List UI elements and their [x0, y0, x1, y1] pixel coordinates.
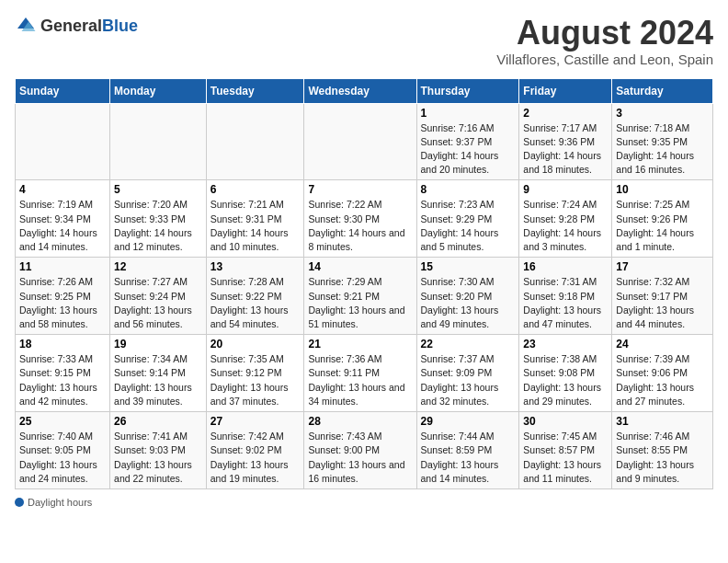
calendar-cell: [206, 103, 304, 180]
calendar-cell: 18Sunrise: 7:33 AM Sunset: 9:15 PM Dayli…: [16, 335, 110, 412]
day-number: 4: [19, 183, 106, 196]
cell-content: Sunrise: 7:31 AM Sunset: 9:18 PM Dayligh…: [523, 275, 608, 331]
day-number: 27: [210, 415, 301, 428]
calendar-cell: 17Sunrise: 7:32 AM Sunset: 9:17 PM Dayli…: [612, 258, 713, 335]
day-header-sunday: Sunday: [16, 78, 110, 103]
day-number: 28: [308, 415, 412, 428]
day-number: 3: [616, 107, 709, 120]
calendar-cell: 31Sunrise: 7:46 AM Sunset: 8:55 PM Dayli…: [612, 412, 713, 489]
cell-content: Sunrise: 7:18 AM Sunset: 9:35 PM Dayligh…: [616, 121, 709, 178]
calendar-cell: 1Sunrise: 7:16 AM Sunset: 9:37 PM Daylig…: [416, 103, 519, 180]
day-number: 16: [523, 260, 608, 273]
logo-icon: [15, 15, 37, 37]
day-number: 1: [421, 107, 516, 120]
day-number: 24: [616, 338, 709, 350]
day-number: 19: [114, 338, 202, 350]
calendar-cell: 3Sunrise: 7:18 AM Sunset: 9:35 PM Daylig…: [612, 103, 713, 180]
title-block: August 2024 Villaflores, Castille and Le…: [496, 15, 713, 67]
calendar-cell: 22Sunrise: 7:37 AM Sunset: 9:09 PM Dayli…: [416, 335, 519, 412]
calendar-cell: 8Sunrise: 7:23 AM Sunset: 9:29 PM Daylig…: [416, 180, 519, 258]
day-number: 29: [421, 415, 516, 428]
cell-content: Sunrise: 7:23 AM Sunset: 9:29 PM Dayligh…: [421, 198, 516, 254]
day-number: 11: [19, 260, 106, 273]
day-header-saturday: Saturday: [612, 78, 713, 103]
footer-dot: [15, 498, 24, 507]
calendar-table: SundayMondayTuesdayWednesdayThursdayFrid…: [15, 78, 713, 489]
day-number: 9: [523, 183, 608, 196]
cell-content: Sunrise: 7:25 AM Sunset: 9:26 PM Dayligh…: [616, 198, 709, 254]
day-number: 31: [616, 415, 709, 428]
day-number: 15: [421, 260, 516, 273]
cell-content: Sunrise: 7:44 AM Sunset: 8:59 PM Dayligh…: [421, 430, 516, 486]
day-number: 6: [210, 183, 301, 196]
cell-content: Sunrise: 7:28 AM Sunset: 9:22 PM Dayligh…: [210, 275, 301, 331]
logo-blue-text: Blue: [102, 17, 138, 35]
calendar-cell: 28Sunrise: 7:43 AM Sunset: 9:00 PM Dayli…: [304, 412, 416, 489]
cell-content: Sunrise: 7:24 AM Sunset: 9:28 PM Dayligh…: [523, 198, 608, 254]
cell-content: Sunrise: 7:30 AM Sunset: 9:20 PM Dayligh…: [421, 275, 516, 331]
day-number: 17: [616, 260, 709, 273]
calendar-cell: 23Sunrise: 7:38 AM Sunset: 9:08 PM Dayli…: [519, 335, 612, 412]
calendar-cell: 14Sunrise: 7:29 AM Sunset: 9:21 PM Dayli…: [304, 258, 416, 335]
calendar-cell: 15Sunrise: 7:30 AM Sunset: 9:20 PM Dayli…: [416, 258, 519, 335]
cell-content: Sunrise: 7:43 AM Sunset: 9:00 PM Dayligh…: [308, 430, 412, 486]
day-header-monday: Monday: [110, 78, 207, 103]
calendar-cell: 2Sunrise: 7:17 AM Sunset: 9:36 PM Daylig…: [519, 103, 612, 180]
day-number: 12: [114, 260, 202, 273]
cell-content: Sunrise: 7:34 AM Sunset: 9:14 PM Dayligh…: [114, 352, 202, 408]
cell-content: Sunrise: 7:32 AM Sunset: 9:17 PM Dayligh…: [616, 275, 709, 331]
day-number: 13: [210, 260, 301, 273]
cell-content: Sunrise: 7:17 AM Sunset: 9:36 PM Dayligh…: [523, 121, 608, 178]
cell-content: Sunrise: 7:27 AM Sunset: 9:24 PM Dayligh…: [114, 275, 202, 331]
day-header-tuesday: Tuesday: [206, 78, 304, 103]
page-header: GeneralBlue August 2024 Villaflores, Cas…: [15, 15, 713, 67]
calendar-cell: [304, 103, 416, 180]
cell-content: Sunrise: 7:33 AM Sunset: 9:15 PM Dayligh…: [19, 352, 106, 408]
cell-content: Sunrise: 7:22 AM Sunset: 9:30 PM Dayligh…: [308, 198, 412, 254]
day-number: 7: [308, 183, 412, 196]
header-row: SundayMondayTuesdayWednesdayThursdayFrid…: [16, 78, 713, 103]
day-number: 10: [616, 183, 709, 196]
calendar-cell: 4Sunrise: 7:19 AM Sunset: 9:34 PM Daylig…: [16, 180, 110, 258]
cell-content: Sunrise: 7:37 AM Sunset: 9:09 PM Dayligh…: [421, 352, 516, 408]
calendar-cell: 13Sunrise: 7:28 AM Sunset: 9:22 PM Dayli…: [206, 258, 304, 335]
calendar-cell: 9Sunrise: 7:24 AM Sunset: 9:28 PM Daylig…: [519, 180, 612, 258]
cell-content: Sunrise: 7:42 AM Sunset: 9:02 PM Dayligh…: [210, 430, 301, 486]
cell-content: Sunrise: 7:36 AM Sunset: 9:11 PM Dayligh…: [308, 352, 412, 408]
cell-content: Sunrise: 7:38 AM Sunset: 9:08 PM Dayligh…: [523, 352, 608, 408]
calendar-cell: 5Sunrise: 7:20 AM Sunset: 9:33 PM Daylig…: [110, 180, 207, 258]
cell-content: Sunrise: 7:46 AM Sunset: 8:55 PM Dayligh…: [616, 430, 709, 486]
day-number: 21: [308, 338, 412, 350]
cell-content: Sunrise: 7:35 AM Sunset: 9:12 PM Dayligh…: [210, 352, 301, 408]
day-number: 5: [114, 183, 202, 196]
cell-content: Sunrise: 7:45 AM Sunset: 8:57 PM Dayligh…: [523, 430, 608, 486]
cell-content: Sunrise: 7:26 AM Sunset: 9:25 PM Dayligh…: [19, 275, 106, 331]
day-number: 22: [421, 338, 516, 350]
day-number: 18: [19, 338, 106, 350]
logo-general-text: General: [40, 17, 102, 35]
calendar-cell: [16, 103, 110, 180]
calendar-cell: 10Sunrise: 7:25 AM Sunset: 9:26 PM Dayli…: [612, 180, 713, 258]
cell-content: Sunrise: 7:19 AM Sunset: 9:34 PM Dayligh…: [19, 198, 106, 254]
day-number: 14: [308, 260, 412, 273]
day-number: 2: [523, 107, 608, 120]
calendar-cell: 11Sunrise: 7:26 AM Sunset: 9:25 PM Dayli…: [16, 258, 110, 335]
cell-content: Sunrise: 7:41 AM Sunset: 9:03 PM Dayligh…: [114, 430, 202, 486]
cell-content: Sunrise: 7:40 AM Sunset: 9:05 PM Dayligh…: [19, 430, 106, 486]
day-header-wednesday: Wednesday: [304, 78, 416, 103]
day-header-thursday: Thursday: [416, 78, 519, 103]
day-number: 25: [19, 415, 106, 428]
week-row-4: 18Sunrise: 7:33 AM Sunset: 9:15 PM Dayli…: [16, 335, 713, 412]
cell-content: Sunrise: 7:21 AM Sunset: 9:31 PM Dayligh…: [210, 198, 301, 254]
day-header-friday: Friday: [519, 78, 612, 103]
calendar-cell: 21Sunrise: 7:36 AM Sunset: 9:11 PM Dayli…: [304, 335, 416, 412]
week-row-2: 4Sunrise: 7:19 AM Sunset: 9:34 PM Daylig…: [16, 180, 713, 258]
subtitle: Villaflores, Castille and Leon, Spain: [496, 52, 713, 67]
day-number: 8: [421, 183, 516, 196]
logo: GeneralBlue: [15, 15, 138, 37]
week-row-1: 1Sunrise: 7:16 AM Sunset: 9:37 PM Daylig…: [16, 103, 713, 180]
footer: Daylight hours: [15, 497, 713, 508]
cell-content: Sunrise: 7:20 AM Sunset: 9:33 PM Dayligh…: [114, 198, 202, 254]
day-number: 26: [114, 415, 202, 428]
calendar-cell: 25Sunrise: 7:40 AM Sunset: 9:05 PM Dayli…: [16, 412, 110, 489]
